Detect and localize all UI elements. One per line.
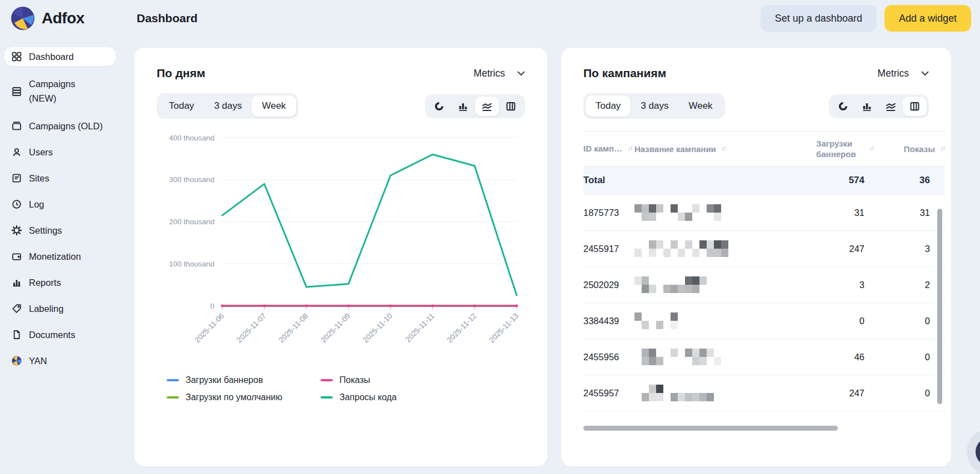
table-row[interactable]: 3384439 0 0 (583, 303, 944, 339)
chart-type-pie-button[interactable] (831, 97, 855, 116)
svg-text:2025-11-06: 2025-11-06 (193, 312, 226, 345)
sidebar-item-documents[interactable]: Documents (4, 325, 116, 344)
svg-text:2025-11-13: 2025-11-13 (487, 312, 520, 345)
sidebar-item-monetization[interactable]: Monetization (4, 247, 116, 266)
legend-item-code-requests: Запросы кода (321, 392, 525, 402)
svg-text:0: 0 (210, 302, 214, 310)
sidebar-item-reports[interactable]: Reports (4, 273, 116, 292)
top-bar: Adfox Dashboard Set up a dashboard Add a… (0, 0, 980, 37)
add-widget-button[interactable]: Add a widget (884, 5, 971, 32)
chart-type-line-button[interactable] (475, 97, 499, 116)
legend-swatch (321, 396, 333, 399)
yan-logo-icon (11, 355, 22, 366)
range-tab-week[interactable]: Week (678, 95, 722, 117)
redacted-campaign-name (634, 312, 685, 329)
wallet-icon (11, 251, 22, 262)
sidebar-item-sites[interactable]: Sites (4, 169, 116, 188)
banner-loads-value: 3 (784, 280, 879, 290)
sidebar-item-label: Labeling (29, 304, 63, 314)
impressions-value: 0 (879, 352, 944, 362)
sidebar-item-campaigns-old[interactable]: Campaigns (OLD) (4, 117, 116, 135)
vertical-scrollbar[interactable] (937, 209, 942, 404)
dashboard-grid-icon (11, 51, 22, 62)
legend-item-default-loads: Загрузки по умолчанию (167, 392, 321, 402)
banner-loads-value: 0 (784, 316, 879, 326)
legend-swatch (321, 379, 333, 381)
chart-type-line-button[interactable] (879, 97, 903, 116)
sidebar-item-label: Sites (29, 173, 49, 184)
sidebar-item-label: Dashboard (29, 52, 74, 62)
chart-type-table-button[interactable] (499, 97, 523, 116)
campaign-id: 2455956 (583, 352, 634, 362)
sidebar-item-label: Monetization (29, 251, 81, 262)
chart-type-bar-button[interactable] (855, 97, 879, 116)
impressions-value: 0 (879, 316, 944, 326)
range-tab-week[interactable]: Week (252, 95, 296, 117)
sidebar-item-labeling[interactable]: Labeling (4, 299, 116, 318)
svg-text:300 thousand: 300 thousand (169, 175, 214, 184)
table-row[interactable]: 2455956 46 0 (583, 339, 944, 375)
horizontal-scrollbar[interactable] (583, 426, 838, 431)
sidebar-item-log[interactable]: Log (4, 195, 116, 214)
person-icon (11, 147, 22, 158)
sidebar-item-dashboard[interactable]: Dashboard (4, 47, 116, 66)
chart-type-table-button[interactable] (903, 97, 927, 116)
table-row[interactable]: 2455917 247 3 (583, 231, 944, 267)
table-row[interactable]: 2502029 3 2 (583, 267, 944, 303)
sidebar-item-label: Documents (29, 330, 75, 340)
table-row[interactable]: 2455957 247 0 (583, 375, 944, 411)
impressions-value: 31 (879, 208, 944, 218)
campaigns-range-tabs: Today 3 days Week (583, 93, 725, 119)
sidebar: Dashboard Campaigns (NEW) Campaigns (OLD… (0, 37, 120, 474)
legend-label: Запросы кода (339, 392, 397, 402)
daily-widget-card: По дням Metrics Today 3 days Week (134, 48, 547, 466)
svg-text:2025-11-07: 2025-11-07 (235, 312, 268, 345)
range-tab-today[interactable]: Today (159, 95, 204, 117)
chart-type-bar-button[interactable] (451, 97, 475, 116)
campaign-id: 3384439 (583, 316, 634, 326)
column-header-campaign-name[interactable]: Название кампании ↓↑ (634, 144, 784, 154)
impressions-value: 2 (879, 280, 944, 290)
chart-legend: Загрузки баннеров Показы Загрузки по умо… (157, 375, 525, 402)
campaigns-metrics-dropdown[interactable]: Metrics (878, 68, 929, 79)
daily-metrics-dropdown[interactable]: Metrics (474, 68, 525, 79)
impressions-value: 0 (879, 388, 944, 399)
legend-item-impressions: Показы (321, 375, 525, 385)
campaigns-table: ID камп… ↓↑ Название кампании ↓↑ Загрузк… (583, 131, 944, 411)
svg-text:2025-11-08: 2025-11-08 (277, 312, 310, 345)
table-body: 1875773 31 31 2455917 247 3 2502029 3 2 (583, 195, 944, 411)
svg-text:400 thousand: 400 thousand (169, 134, 214, 142)
floating-help-button[interactable] (967, 428, 980, 474)
column-header-banner-loads[interactable]: Загрузки баннеров ↓↑ (784, 138, 879, 160)
total-label: Total (583, 175, 634, 186)
svg-text:2025-11-12: 2025-11-12 (446, 312, 478, 345)
sidebar-item-campaigns-new[interactable]: Campaigns (NEW) (4, 73, 116, 109)
range-tab-today[interactable]: Today (586, 95, 631, 117)
svg-text:2025-11-11: 2025-11-11 (404, 312, 436, 344)
tag-icon (11, 303, 22, 314)
range-tab-3days[interactable]: 3 days (631, 95, 678, 117)
sidebar-item-settings[interactable]: Settings (4, 221, 116, 240)
svg-text:2025-11-09: 2025-11-09 (319, 312, 352, 345)
sidebar-item-users[interactable]: Users (4, 143, 116, 162)
banner-loads-value: 247 (784, 388, 879, 399)
sort-icon: ↓↑ (627, 144, 632, 152)
table-row[interactable]: 1875773 31 31 (583, 195, 944, 231)
sidebar-item-label: Reports (29, 278, 61, 288)
brand[interactable]: Adfox (0, 7, 120, 30)
adfox-logo-icon (11, 7, 34, 30)
sidebar-item-yan[interactable]: YAN (4, 351, 116, 370)
banner-loads-value: 31 (784, 208, 879, 218)
redacted-campaign-name (634, 276, 707, 293)
campaign-id: 1875773 (583, 208, 634, 218)
legend-label: Загрузки по умолчанию (186, 392, 282, 402)
redacted-campaign-name (634, 349, 721, 365)
column-header-campaign-id[interactable]: ID камп… ↓↑ (583, 143, 634, 154)
chevron-down-icon (517, 71, 525, 76)
chart-type-pie-button[interactable] (427, 97, 451, 116)
setup-dashboard-button[interactable]: Set up a dashboard (761, 5, 877, 32)
column-header-impressions[interactable]: Показы ↓↑ (879, 144, 944, 154)
legend-item-banner-loads: Загрузки баннеров (167, 375, 321, 385)
range-tab-3days[interactable]: 3 days (204, 95, 252, 117)
campaign-id: 2455957 (583, 388, 634, 399)
